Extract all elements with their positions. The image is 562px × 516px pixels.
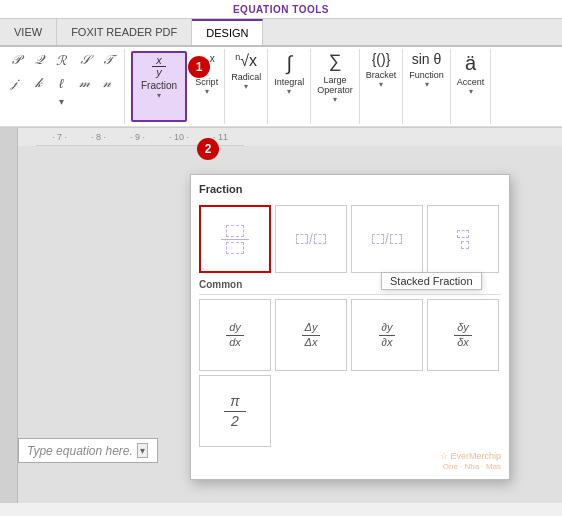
symbol-j[interactable]: 𝒿 xyxy=(4,72,26,94)
skewed-fraction-icon: / xyxy=(296,231,326,247)
tab-view[interactable]: VIEW xyxy=(0,19,57,45)
linear-fraction-tile[interactable]: / xyxy=(351,205,423,273)
symbol-scroll: ▾ xyxy=(57,96,66,107)
tab-design[interactable]: DESIGN xyxy=(192,19,263,45)
common-fractions-row: dy dx Δy Δx ∂y ∂x δy xyxy=(199,299,501,371)
left-margin-ruler xyxy=(0,128,18,146)
function-arrow: ▾ xyxy=(425,80,429,89)
group-integral[interactable]: ∫ Integral ▾ xyxy=(268,49,311,124)
ruler-mark: · 7 · xyxy=(52,132,67,142)
equation-tools-label: EQUATION TOOLS xyxy=(233,4,329,15)
stacked-fraction-tile[interactable] xyxy=(199,205,271,273)
extra-fractions-row: π 2 xyxy=(199,375,501,447)
equation-box-wrap: Type equation here. ▾ xyxy=(18,438,158,463)
large-operator-label: LargeOperator xyxy=(317,75,353,95)
ruler-row: · 7 · · 8 · · 9 · · 10 · · 11 xyxy=(0,128,562,146)
step-1-circle: 1 xyxy=(188,56,210,78)
bracket-label: Bracket xyxy=(366,70,397,80)
accent-label: Accent xyxy=(457,77,485,87)
fraction-button[interactable]: x y Fraction ▾ xyxy=(131,51,187,122)
bracket-arrow: ▾ xyxy=(379,80,383,89)
symbol-m[interactable]: 𝓂 xyxy=(73,72,95,94)
tab-foxit[interactable]: FOXIT READER PDF xyxy=(57,19,192,45)
delta-y-x-icon: Δy Δx xyxy=(302,321,321,348)
symbol-panel: 𝒫 𝒬 ℛ 𝒮 𝒯 𝒿 𝓀 ℓ 𝓂 𝓃 ▾ xyxy=(4,49,125,124)
common-fraction-delta-lower-y-x[interactable]: δy δx xyxy=(427,299,499,371)
large-operator-icon: ∑ xyxy=(329,51,342,73)
fraction-panel-title: Fraction xyxy=(199,183,501,199)
function-label: Function xyxy=(409,70,444,80)
stacked-fraction-icon xyxy=(221,225,249,254)
symbol-Q[interactable]: 𝒬 xyxy=(27,49,49,71)
symbol-S[interactable]: 𝒮 xyxy=(73,49,95,71)
bracket-icon: {()} xyxy=(372,51,391,68)
main-content: Type equation here. ▾ Fraction xyxy=(0,146,562,503)
group-function[interactable]: sin θ Function ▾ xyxy=(403,49,451,124)
dy-dx-icon: dy dx xyxy=(226,321,244,348)
accent-icon: ä xyxy=(465,51,476,75)
group-bracket[interactable]: {()} Bracket ▾ xyxy=(360,49,404,124)
equation-scroll-btn[interactable]: ▾ xyxy=(137,443,148,458)
symbol-grid: 𝒫 𝒬 ℛ 𝒮 𝒯 𝒿 𝓀 ℓ 𝓂 𝓃 xyxy=(4,49,118,94)
symbol-T[interactable]: 𝒯 xyxy=(96,49,118,71)
script-arrow: ▾ xyxy=(205,87,209,96)
ruler-mark: · 9 · xyxy=(130,132,145,142)
tab-bar: VIEW FOXIT READER PDF DESIGN xyxy=(0,19,562,47)
group-large-operator[interactable]: ∑ LargeOperator ▾ xyxy=(311,49,360,124)
radical-label: Radical xyxy=(231,72,261,82)
common-fraction-pi-2[interactable]: π 2 xyxy=(199,375,271,447)
integral-arrow: ▾ xyxy=(287,87,291,96)
large-operator-arrow: ▾ xyxy=(333,95,337,104)
box-fraction-icon xyxy=(457,230,469,249)
equation-box[interactable]: Type equation here. ▾ xyxy=(18,438,158,463)
fraction-dropdown-panel: Fraction / xyxy=(190,174,510,480)
box-fraction-tile[interactable] xyxy=(427,205,499,273)
integral-icon: ∫ xyxy=(286,51,291,75)
integral-label: Integral xyxy=(274,77,304,87)
ruler-mark: · 10 · xyxy=(169,132,189,142)
ribbon-toolbar: 𝒫 𝒬 ℛ 𝒮 𝒯 𝒿 𝓀 ℓ 𝓂 𝓃 ▾ x y xyxy=(0,47,562,127)
common-fraction-dy-dx[interactable]: dy dx xyxy=(199,299,271,371)
ruler-mark: · 8 · xyxy=(91,132,106,142)
radical-icon: n√x xyxy=(235,51,257,70)
skewed-fraction-tile[interactable]: / xyxy=(275,205,347,273)
common-fraction-partial-y-x[interactable]: ∂y ∂x xyxy=(351,299,423,371)
fraction-label: Fraction xyxy=(141,80,177,91)
fraction-arrow: ▾ xyxy=(157,91,161,100)
watermark: ☆ EverMerchip One · Nha · Mas xyxy=(199,451,501,471)
ribbon: EQUATION TOOLS VIEW FOXIT READER PDF DES… xyxy=(0,0,562,128)
stacked-fraction-tooltip: Stacked Fraction xyxy=(381,272,482,290)
group-accent[interactable]: ä Accent ▾ xyxy=(451,49,492,124)
equation-tools-tab: EQUATION TOOLS xyxy=(0,0,562,19)
radical-arrow: ▾ xyxy=(244,82,248,91)
symbol-n[interactable]: 𝓃 xyxy=(96,72,118,94)
linear-fraction-icon: / xyxy=(372,231,402,247)
pi-2-icon: π 2 xyxy=(224,392,245,429)
fraction-tiles-row: / / xyxy=(199,205,501,273)
common-fraction-delta-y-x[interactable]: Δy Δx xyxy=(275,299,347,371)
script-label: Script xyxy=(195,77,218,87)
accent-arrow: ▾ xyxy=(469,87,473,96)
left-margin xyxy=(0,146,18,503)
symbol-k[interactable]: 𝓀 xyxy=(27,72,49,94)
delta-lower-y-x-icon: δy δx xyxy=(454,321,472,348)
partial-y-x-icon: ∂y ∂x xyxy=(379,321,396,348)
equation-placeholder: Type equation here. xyxy=(27,444,133,458)
scroll-down-btn[interactable]: ▾ xyxy=(57,96,66,107)
group-radical[interactable]: n√x Radical ▾ xyxy=(225,49,268,124)
step-2-circle: 2 xyxy=(197,138,219,160)
fraction-icon: x y xyxy=(152,55,166,78)
symbol-l[interactable]: ℓ xyxy=(50,72,72,94)
symbol-R[interactable]: ℛ xyxy=(50,49,72,71)
function-icon: sin θ xyxy=(412,51,442,68)
symbol-P[interactable]: 𝒫 xyxy=(4,49,26,71)
